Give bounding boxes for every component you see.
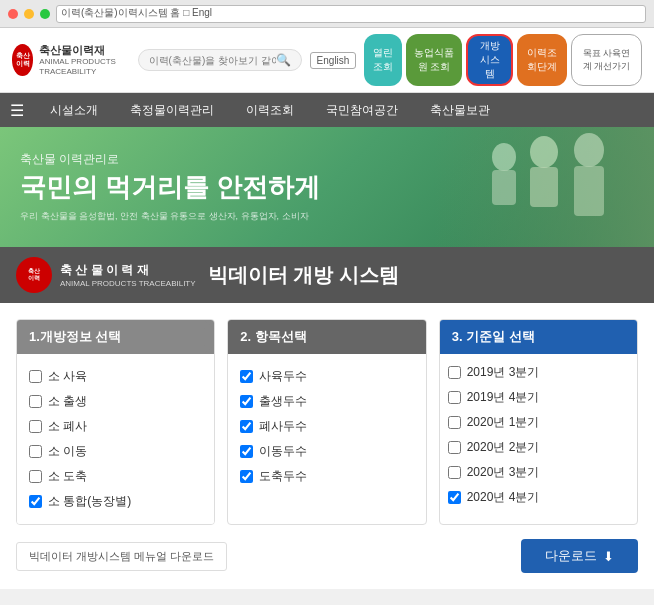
nav-btn-improve[interactable]: 목표 사육연계 개선가기 <box>571 34 642 86</box>
hero-banner: 축산물 이력관리로 국민의 먹거리를 안전하게 우리 축산물을 음성합법, 안전… <box>0 127 654 247</box>
section-logo-text: 축 산 물 이 력 재 ANIMAL PRODUCTS TRACEABILITY <box>60 262 196 288</box>
browser-maximize[interactable] <box>40 9 50 19</box>
hero-image <box>434 127 654 247</box>
list-item: 소 통합(농장별) <box>29 489 202 514</box>
checkbox-so-farming[interactable] <box>29 370 42 383</box>
svg-point-0 <box>492 143 516 171</box>
nav-btn-agri-lookup[interactable]: 농업식품원 조회 <box>406 34 463 86</box>
search-icon: 🔍 <box>276 53 291 67</box>
svg-rect-5 <box>574 166 604 216</box>
col1-header: 1.개방정보 선택 <box>17 320 214 354</box>
svg-rect-1 <box>492 170 516 205</box>
browser-minimize[interactable] <box>24 9 34 19</box>
checkbox-slaughter-count[interactable] <box>240 470 253 483</box>
section-title: 빅데이터 개방 시스템 <box>208 262 399 289</box>
list-item: 이동두수 <box>240 439 413 464</box>
svg-point-2 <box>530 136 558 168</box>
list-item: 2020년 3분기 <box>448 460 629 485</box>
nav-btn-open-lookup[interactable]: 열린조회 <box>364 34 401 86</box>
checkbox-birth-count[interactable] <box>240 395 253 408</box>
col2-panel: 2. 항목선택 사육두수 출생두수 폐사두수 이동두수 도축두수 <box>227 319 426 525</box>
content-area: 1.개방정보 선택 소 사육 소 출생 소 폐사 소 이동 소 도축 <box>0 303 654 589</box>
hero-text: 축산물 이력관리로 국민의 먹거리를 안전하게 우리 축산물을 음성합법, 안전… <box>20 151 320 222</box>
list-item: 소 도축 <box>29 464 202 489</box>
col1-body: 소 사육 소 출생 소 폐사 소 이동 소 도축 소 통합(농장별) <box>17 354 214 524</box>
col2-body: 사육두수 출생두수 폐사두수 이동두수 도축두수 <box>228 354 425 499</box>
logo-kr: 축산물이력재 <box>39 44 129 57</box>
col1-panel: 1.개방정보 선택 소 사육 소 출생 소 폐사 소 이동 소 도축 <box>16 319 215 525</box>
checkbox-move-count[interactable] <box>240 445 253 458</box>
site-logo: 축산이력 축산물이력재 ANIMAL PRODUCTS TRACEABILITY <box>12 44 130 76</box>
checkbox-2020-q3[interactable] <box>448 466 461 479</box>
nav-items: 시설소개 축정물이력관리 이력조회 국민참여공간 축산물보관 <box>34 93 644 127</box>
svg-point-4 <box>574 133 604 167</box>
checkbox-2019-q3[interactable] <box>448 366 461 379</box>
checkbox-so-death[interactable] <box>29 420 42 433</box>
hamburger-icon[interactable]: ☰ <box>10 101 24 120</box>
logo-text: 축산물이력재 ANIMAL PRODUCTS TRACEABILITY <box>39 44 129 76</box>
list-item: 폐사두수 <box>240 414 413 439</box>
list-item: 2019년 3분기 <box>448 360 629 385</box>
section-logo-icon: 축산이력 <box>16 257 52 293</box>
col2-header: 2. 항목선택 <box>228 320 425 354</box>
list-item: 소 이동 <box>29 439 202 464</box>
list-item: 2020년 4분기 <box>448 485 629 510</box>
browser-bar: 이력(축산물)이력시스템 홈 □ Engl <box>0 0 654 28</box>
checkbox-2020-q2[interactable] <box>448 441 461 454</box>
nav-item-manage[interactable]: 축정물이력관리 <box>114 93 230 127</box>
list-item: 2020년 1분기 <box>448 410 629 435</box>
list-item: 소 사육 <box>29 364 202 389</box>
col3-body[interactable]: 2019년 3분기 2019년 4분기 2020년 1분기 2020년 2분기 … <box>440 354 637 516</box>
download-icon: ⬇ <box>603 549 614 564</box>
checkbox-2020-q4[interactable] <box>448 491 461 504</box>
checkbox-2019-q4[interactable] <box>448 391 461 404</box>
browser-close[interactable] <box>8 9 18 19</box>
checkbox-so-combined[interactable] <box>29 495 42 508</box>
hero-people-svg <box>454 132 634 242</box>
checkbox-so-slaughter[interactable] <box>29 470 42 483</box>
nav-item-public[interactable]: 국민참여공간 <box>310 93 414 127</box>
section-logo-kr: 축 산 물 이 력 재 <box>60 262 196 279</box>
section-header: 축산이력 축 산 물 이 력 재 ANIMAL PRODUCTS TRACEAB… <box>0 247 654 303</box>
checkbox-so-birth[interactable] <box>29 395 42 408</box>
lang-button[interactable]: English <box>310 52 357 69</box>
download-button[interactable]: 다운로드 ⬇ <box>521 539 638 573</box>
checkbox-2020-q1[interactable] <box>448 416 461 429</box>
hero-desc: 우리 축산물을 음성합법, 안전 축산물 유통으로 생산자, 유통업자, 소비자 <box>20 210 320 223</box>
search-input[interactable] <box>149 55 276 66</box>
bottom-row: 빅데이터 개방시스템 메뉴얼 다운로드 다운로드 ⬇ <box>16 539 638 573</box>
checkbox-so-move[interactable] <box>29 445 42 458</box>
svg-rect-3 <box>530 167 558 207</box>
logo-icon: 축산이력 <box>12 44 33 76</box>
list-item: 사육두수 <box>240 364 413 389</box>
nav-item-lookup[interactable]: 이력조회 <box>230 93 310 127</box>
nav-btn-open-system[interactable]: 개방시스템 <box>466 34 513 86</box>
list-item: 2019년 4분기 <box>448 385 629 410</box>
col3-header: 3. 기준일 선택 <box>440 320 637 354</box>
url-bar: 이력(축산물)이력시스템 홈 □ Engl <box>56 5 646 23</box>
list-item: 도축두수 <box>240 464 413 489</box>
nav-btn-trace-step[interactable]: 이력조회단계 <box>517 34 566 86</box>
site-header: 축산이력 축산물이력재 ANIMAL PRODUCTS TRACEABILITY… <box>0 28 654 93</box>
section-logo: 축산이력 축 산 물 이 력 재 ANIMAL PRODUCTS TRACEAB… <box>16 257 196 293</box>
section-logo-en: ANIMAL PRODUCTS TRACEABILITY <box>60 279 196 288</box>
three-columns: 1.개방정보 선택 소 사육 소 출생 소 폐사 소 이동 소 도축 <box>16 319 638 525</box>
hero-subtitle: 축산물 이력관리로 <box>20 151 320 168</box>
header-nav-buttons: 열린조회 농업식품원 조회 개방시스템 이력조회단계 목표 사육연계 개선가기 <box>364 34 642 86</box>
checkbox-death-count[interactable] <box>240 420 253 433</box>
search-bar[interactable]: 🔍 <box>138 49 302 71</box>
logo-en: ANIMAL PRODUCTS TRACEABILITY <box>39 57 129 76</box>
col3-panel: 3. 기준일 선택 2019년 3분기 2019년 4분기 2020년 1분기 … <box>439 319 638 525</box>
list-item: 소 출생 <box>29 389 202 414</box>
checkbox-farming-count[interactable] <box>240 370 253 383</box>
main-nav: ☰ 시설소개 축정물이력관리 이력조회 국민참여공간 축산물보관 <box>0 93 654 127</box>
nav-item-intro[interactable]: 시설소개 <box>34 93 114 127</box>
nav-item-storage[interactable]: 축산물보관 <box>414 93 506 127</box>
hero-title: 국민의 먹거리를 안전하게 <box>20 172 320 203</box>
list-item: 2020년 2분기 <box>448 435 629 460</box>
list-item: 소 폐사 <box>29 414 202 439</box>
list-item: 출생두수 <box>240 389 413 414</box>
manual-download-link[interactable]: 빅데이터 개방시스템 메뉴얼 다운로드 <box>16 542 227 571</box>
